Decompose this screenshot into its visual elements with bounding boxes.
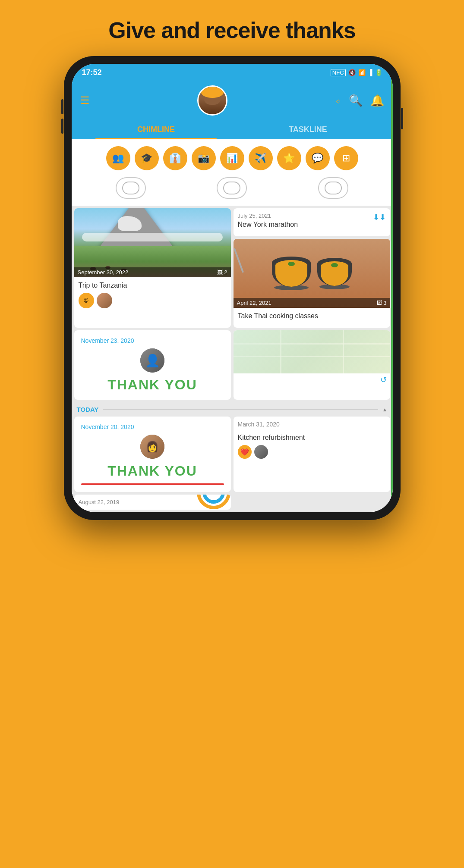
cat-icon-work[interactable]: 👔 (163, 146, 187, 170)
cat-icon-star[interactable]: ⭐ (277, 146, 301, 170)
app-header-row: ☰ ⬦ 🔍 🔔 (80, 85, 384, 120)
red-indicator (81, 483, 224, 485)
thankyou-avatar-2: 👩 (140, 435, 164, 459)
notification-bell-icon[interactable]: 🔔 (370, 94, 384, 107)
main-content-grid: September 30, 2022 🖼 2 Trip to Tanzania … (72, 206, 393, 402)
map-view-top (234, 330, 390, 373)
status-time: 17:52 (82, 68, 102, 77)
today-line (103, 409, 378, 410)
filter-bubble-2[interactable] (217, 177, 247, 199)
app-header: ☰ ⬦ 🔍 🔔 (72, 81, 393, 139)
marathon-card-body: July 25, 2021 New York marathon (234, 208, 390, 236)
thai-date: April 22, 2021 (237, 300, 271, 306)
phone-outer: 17:52 NFC 🔇 📶 ▐ 🔋 ☰ (64, 56, 401, 520)
tanzania-card-body: Trip to Tanzania © (74, 277, 231, 313)
thankyou-avatar-1: 👤 (140, 348, 164, 373)
right-column: ⬇⬇ July 25, 2021 New York marathon (234, 208, 390, 328)
wifi-icon: 📶 (358, 69, 366, 76)
soup-bowl-2 (317, 258, 352, 289)
cat-icon-chart[interactable]: 📊 (220, 146, 244, 170)
tabs-row: CHIMLINE TASKLINE (80, 120, 384, 139)
bottom-grid: November 20, 2020 👩 THANK YOU March 31, … (72, 417, 393, 512)
card-tanzania[interactable]: September 30, 2022 🖼 2 Trip to Tanzania … (74, 208, 231, 328)
cat-icon-media[interactable]: 📸 (192, 146, 216, 170)
cat-icon-education[interactable]: 🎓 (135, 146, 159, 170)
tanzania-date-overlay: September 30, 2022 🖼 2 (74, 267, 231, 277)
thankyou-card-1: November 23, 2020 👤 THANK YOU (74, 330, 231, 400)
tanzania-date: September 30, 2022 (78, 269, 129, 276)
card-thai-cooking[interactable]: April 22, 2021 🖼 3 Take Thai cooking cla… (234, 239, 390, 328)
svg-point-1 (204, 495, 223, 502)
tanzania-scene (74, 208, 231, 277)
content-area: September 30, 2022 🖼 2 Trip to Tanzania … (72, 206, 393, 512)
thankyou-date-2: November 20, 2020 (81, 423, 134, 430)
tanzania-avatars: © (79, 293, 227, 308)
nfc-icon: NFC (331, 69, 346, 76)
search-icon[interactable]: 🔍 (349, 94, 363, 107)
avatar-face (199, 87, 226, 114)
map-card-top: ↺ (234, 330, 390, 400)
card-marathon[interactable]: ⬇⬇ July 25, 2021 New York marathon (234, 208, 390, 236)
today-divider: TODAY ▲ (72, 402, 393, 417)
kitchen-body: Kitchen refurbishment ❤️ (234, 429, 390, 463)
status-icons: NFC 🔇 📶 ▐ 🔋 (331, 69, 382, 76)
today-label: TODAY (77, 406, 99, 413)
spiral-graphic (196, 495, 231, 510)
expand-icon[interactable]: ⬇⬇ (373, 213, 386, 222)
hamburger-menu-icon[interactable]: ☰ (80, 94, 90, 107)
card-kitchen[interactable]: March 31, 2020 Kitchen refurbishment ❤️ (234, 417, 390, 492)
thai-date-overlay: April 22, 2021 🖼 3 (234, 298, 390, 308)
tab-taskline[interactable]: TASKLINE (232, 120, 384, 139)
thai-image-count: 🖼 3 (376, 300, 387, 306)
phone-frame: 17:52 NFC 🔇 📶 ▐ 🔋 ☰ (64, 56, 401, 520)
thankyou-card-2: November 20, 2020 👩 THANK YOU (74, 417, 231, 492)
kitchen-avatar-user (254, 445, 268, 459)
cat-icon-chat[interactable]: 💬 (306, 146, 330, 170)
kitchen-avatars: ❤️ (238, 445, 386, 459)
thankyou-text-1: THANK YOU (107, 377, 197, 393)
kitchen-date: March 31, 2020 (234, 417, 390, 429)
thai-title: Take Thai cooking classes (238, 312, 386, 320)
kitchen-title: Kitchen refurbishment (238, 434, 386, 442)
kitchen-avatar-heart: ❤️ (238, 445, 252, 459)
soup-bowl-1 (272, 257, 311, 290)
cat-icon-travel[interactable]: ✈️ (249, 146, 273, 170)
filter-row (72, 174, 393, 206)
soup-scene (234, 239, 390, 308)
map-refresh-row: ↺ (234, 373, 390, 386)
mute-icon: 🔇 (348, 69, 356, 76)
tab-chimline[interactable]: CHIMLINE (80, 120, 232, 139)
avatar-user (97, 293, 112, 308)
filter-icon[interactable]: ⬦ (335, 95, 341, 106)
tanzania-image: September 30, 2022 🖼 2 (74, 208, 231, 277)
category-icons-row: 👥 🎓 👔 📸 📊 ✈️ ⭐ 💬 ⊞ (72, 139, 393, 174)
signal-icon: ▐ (368, 69, 372, 76)
header-actions: ⬦ 🔍 🔔 (335, 94, 384, 107)
thai-card-body: Take Thai cooking classes (234, 308, 390, 328)
cat-icon-people[interactable]: 👥 (106, 146, 130, 170)
avatar-chimline: © (79, 293, 94, 308)
refresh-icon[interactable]: ↺ (380, 375, 387, 385)
status-bar: 17:52 NFC 🔇 📶 ▐ 🔋 (72, 64, 393, 81)
volume-up-button (61, 99, 63, 114)
user-avatar[interactable] (197, 85, 227, 116)
tanzania-title: Trip to Tanzania (79, 282, 227, 289)
battery-icon: 🔋 (375, 69, 382, 76)
page-title: Give and receive thanks (9, 17, 455, 43)
tanzania-image-count: 🖼 2 (217, 269, 227, 276)
thankyou-text-2: THANK YOU (107, 463, 197, 479)
power-button (401, 108, 403, 129)
thai-cooking-image: April 22, 2021 🖼 3 (234, 239, 390, 308)
today-triangle-icon: ▲ (382, 407, 388, 413)
thankyou-date-1: November 23, 2020 (81, 337, 134, 344)
filter-bubble-3[interactable] (318, 177, 348, 199)
filter-bubble-1[interactable] (116, 177, 146, 199)
marathon-title: New York marathon (238, 221, 386, 229)
volume-down-button (61, 119, 63, 134)
page-header: Give and receive thanks (0, 0, 464, 56)
phone-screen: 17:52 NFC 🔇 📶 ▐ 🔋 ☰ (72, 64, 393, 512)
cat-icon-grid[interactable]: ⊞ (334, 146, 358, 170)
card-august[interactable]: August 22, 2019 (74, 495, 231, 510)
marathon-date: July 25, 2021 (238, 213, 386, 221)
